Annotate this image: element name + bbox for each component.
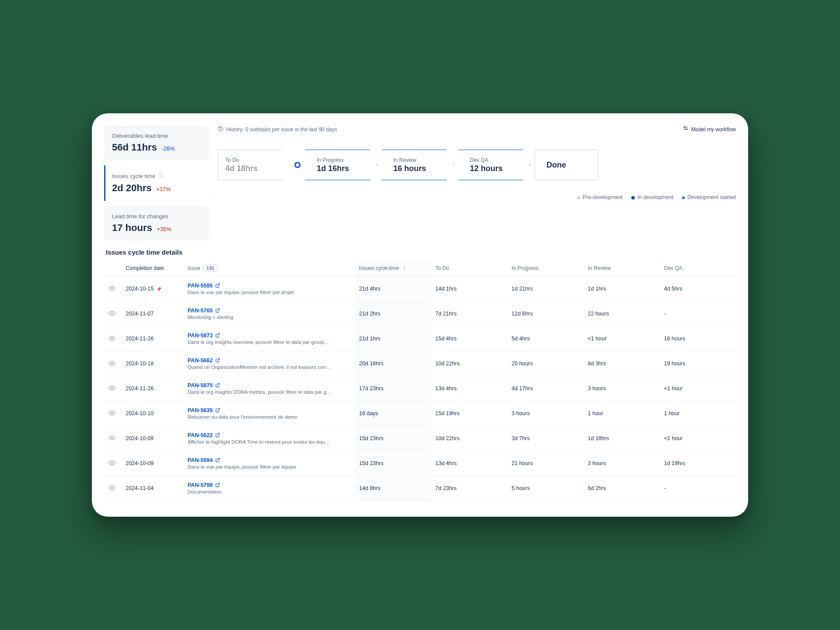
issue-key-link[interactable]: PAN-5594 [188, 457, 220, 463]
eye-icon[interactable] [108, 462, 116, 468]
cell-in-review: <1 hour [584, 326, 660, 351]
issue-key-link[interactable]: PAN-5662 [188, 357, 220, 364]
table-row[interactable]: 2024-10-09PAN-5622 Afficher le highlight… [104, 426, 736, 451]
stage-in-review[interactable]: In Review 16 hours [382, 150, 454, 180]
table-row[interactable]: 2024-10-18PAN-5662 Quand un Organization… [104, 351, 736, 376]
cell-dev-qa: <1 hour [660, 426, 736, 451]
cell-todo: 15d 4hrs [431, 326, 507, 351]
metric-lead-time-for-changes[interactable]: Lead time for changes 17 hours +35% [104, 206, 209, 241]
cell-in-progress: 5d 4hrs [507, 326, 583, 351]
col-completion-date[interactable]: Completion date [121, 260, 183, 276]
svg-point-7 [111, 362, 113, 364]
cell-cycle-time: 20d 16hrs [355, 351, 431, 376]
metric-label: Issues cycle time ⓘ [112, 172, 201, 180]
issue-desc: Dans la vue par équipe, pouvoir filtrer … [188, 464, 336, 469]
dev-start-marker-icon [294, 162, 301, 168]
svg-point-10 [111, 437, 113, 439]
cell-dev-qa: 16 hours [660, 326, 736, 351]
issue-key-link[interactable]: PAN-5798 [188, 482, 220, 488]
cell-todo: 14d 1hrs [431, 276, 507, 301]
issue-key-link[interactable]: PAN-5595 [188, 283, 220, 289]
svg-point-9 [111, 412, 113, 414]
external-link-icon [215, 283, 220, 289]
cell-in-review: 3 hours [584, 376, 660, 401]
issue-key-link[interactable]: PAN-5875 [188, 382, 220, 388]
svg-point-5 [111, 312, 113, 314]
col-in-review[interactable]: In Review [584, 260, 660, 276]
eye-icon[interactable] [108, 387, 116, 393]
table-row[interactable]: 2024-11-04PAN-5798 Documentation14d 6hrs… [104, 476, 736, 501]
cell-completion-date: 2024-11-26 [121, 376, 183, 401]
external-link-icon [215, 407, 220, 413]
info-icon[interactable]: ⓘ [158, 172, 163, 180]
stage-dev-qa[interactable]: Dev QA 12 hours [458, 150, 530, 180]
sort-asc-icon: ↑ [403, 265, 406, 271]
metric-deliverables-lead-time[interactable]: Deliverables lead time 56d 11hrs -26% [104, 126, 209, 160]
col-in-progress[interactable]: In Progress [507, 260, 583, 276]
cell-in-progress: 3 hours [507, 401, 583, 426]
col-cycle-time[interactable]: Issues cycle time ↑ [355, 260, 431, 276]
cell-completion-date: 2024-10-15 📌 [121, 276, 183, 301]
model-workflow-button[interactable]: Model my workflow [682, 126, 736, 133]
table-row[interactable]: 2024-11-26PAN-5873 Dans le org insights … [104, 326, 736, 351]
svg-point-12 [111, 487, 113, 489]
external-link-icon [215, 357, 220, 364]
external-link-icon [215, 482, 220, 488]
issue-key-link[interactable]: PAN-5635 [188, 407, 220, 413]
cell-dev-qa: - [660, 301, 736, 326]
table-row[interactable]: 2024-10-10PAN-5635 Retourner du data pou… [104, 401, 736, 426]
issue-desc: Dans la vue par équipe, pouvoir filtrer … [188, 290, 336, 295]
cell-issue: PAN-5798 Documentation [183, 476, 355, 501]
cell-todo: 13d 4hrs [431, 451, 507, 476]
stage-todo[interactable]: To Do 4d 18hrs [218, 150, 290, 180]
eye-icon[interactable] [108, 337, 116, 343]
issue-key-link[interactable]: PAN-5873 [188, 332, 220, 339]
metric-delta: +35% [157, 226, 172, 232]
issue-count-badge: 191 [203, 265, 217, 272]
cell-in-progress: 1d 21hrs [507, 276, 583, 301]
metric-issues-cycle-time[interactable]: Issues cycle time ⓘ 2d 20hrs +37% [104, 165, 209, 201]
cell-issue: PAN-5662 Quand un OrganizationMember est… [183, 351, 355, 376]
col-issue[interactable]: Issue 191 [183, 260, 355, 276]
eye-icon[interactable] [108, 362, 116, 368]
cell-todo: 13d 4hrs [431, 376, 507, 401]
col-dev-qa[interactable]: Dev QA [660, 260, 736, 276]
eye-icon[interactable] [108, 437, 116, 443]
cell-todo: 10d 22hrs [431, 426, 507, 451]
eye-icon[interactable] [108, 412, 116, 418]
cell-cycle-time: 14d 6hrs [355, 476, 431, 501]
legend-dot-in-icon [631, 196, 635, 200]
cell-completion-date: 2024-10-10 [121, 401, 183, 426]
issue-desc: Documentation [188, 489, 336, 494]
cell-in-progress: 21 hours [507, 451, 583, 476]
stage-done[interactable]: Done [535, 150, 598, 180]
cell-issue: PAN-5635 Retourner du data pour l'enviro… [183, 401, 355, 426]
stage-in-progress[interactable]: In Progress 1d 16hrs [305, 150, 377, 180]
eye-icon[interactable] [108, 287, 116, 293]
cell-cycle-time: 15d 23hrs [355, 426, 431, 451]
table-row[interactable]: 2024-10-15 📌PAN-5595 Dans la vue par équ… [104, 276, 736, 301]
stage-legend: Pre-development In development Developme… [218, 194, 736, 200]
table-row[interactable]: 2024-11-26PAN-5875 Dans le org insights … [104, 376, 736, 401]
table-row[interactable]: 2024-10-09PAN-5594 Dans la vue par équip… [104, 451, 736, 476]
cell-cycle-time: 16 days [355, 401, 431, 426]
cell-in-progress: 4d 17hrs [507, 376, 583, 401]
table-row[interactable]: 2024-11-07PAN-5765 Monitoring + alerting… [104, 301, 736, 326]
eye-icon[interactable] [108, 486, 116, 493]
cell-in-review: 8d 3hrs [584, 351, 660, 376]
cell-in-review: 1 hour [584, 401, 660, 426]
cell-dev-qa: <1 hour [660, 376, 736, 401]
cell-in-review: 22 hours [584, 301, 660, 326]
col-todo[interactable]: To Do [431, 260, 507, 276]
issue-key-link[interactable]: PAN-5622 [188, 432, 220, 438]
cell-issue: PAN-5875 Dans le org insights DORA metri… [183, 376, 355, 401]
cell-in-progress: 12d 6hrs [507, 301, 583, 326]
svg-point-3 [686, 129, 687, 130]
cell-completion-date: 2024-10-09 [121, 451, 183, 476]
metric-value: 56d 11hrs [112, 142, 157, 153]
issue-key-link[interactable]: PAN-5765 [188, 308, 220, 314]
eye-icon[interactable] [108, 312, 116, 318]
details-title: Issues cycle time details [106, 248, 734, 256]
cell-issue: PAN-5765 Monitoring + alerting [183, 301, 355, 326]
cell-in-review: 1d 18hrs [584, 426, 660, 451]
